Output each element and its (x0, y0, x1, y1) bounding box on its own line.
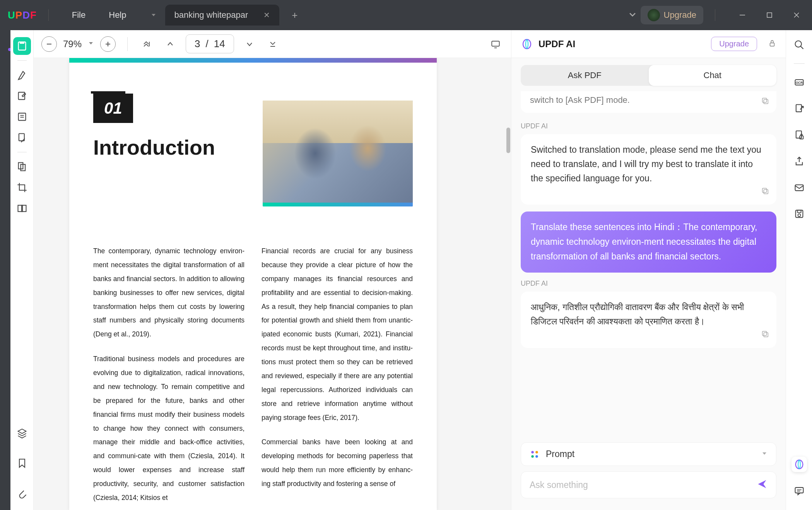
next-page-button[interactable] (242, 36, 257, 52)
total-pages: 14 (214, 38, 225, 50)
ocr-icon[interactable]: OCR (791, 75, 807, 90)
comment-icon[interactable] (791, 483, 807, 498)
svg-point-28 (535, 455, 538, 458)
close-icon[interactable]: ✕ (263, 10, 270, 20)
titlebar-dropdown[interactable] (624, 6, 641, 24)
email-icon[interactable] (791, 180, 807, 195)
svg-point-39 (798, 214, 800, 217)
prompt-icon (530, 449, 540, 459)
divider (48, 9, 49, 21)
ai-assistant-button[interactable] (791, 457, 807, 472)
form-tool[interactable] (13, 108, 31, 126)
ai-message: Switched to translation mode, please sen… (521, 134, 776, 205)
copy-icon[interactable] (761, 185, 769, 200)
page-accent-bar (69, 58, 437, 63)
prompt-selector[interactable]: Prompt (521, 442, 776, 466)
svg-text:OCR: OCR (795, 81, 802, 85)
document-tab[interactable]: banking whitepapar ✕ (165, 5, 280, 26)
message-text: switch to [Ask PDF] mode. (530, 95, 630, 105)
close-window-button[interactable] (789, 7, 804, 23)
ai-upgrade-button[interactable]: Upgrade (711, 37, 757, 51)
tab-ask-pdf[interactable]: Ask PDF (521, 65, 649, 86)
svg-rect-5 (18, 113, 26, 121)
prompt-label: Prompt (546, 449, 755, 459)
paragraph: Commercial banks have been looking at an… (262, 435, 413, 491)
export-icon[interactable] (791, 101, 807, 116)
ai-message: आधुनिक, गतिशील प्रौद्योगिकी वातावरण बैंक… (521, 292, 776, 348)
svg-point-29 (795, 41, 801, 47)
upgrade-label: Upgrade (664, 10, 696, 20)
avatar (648, 9, 660, 21)
bookmark-icon[interactable] (13, 454, 31, 472)
copy-icon[interactable] (761, 97, 769, 107)
message-text: Switched to translation mode, please sen… (531, 145, 761, 183)
paragraph: The contemporary, dynamic technology env… (93, 244, 244, 341)
highlight-tool[interactable] (13, 66, 31, 84)
ask-input[interactable] (530, 480, 757, 490)
ai-message-partial: switch to [Ask PDF] mode. (521, 91, 776, 113)
share-icon[interactable] (791, 154, 807, 169)
crop-tool[interactable] (13, 179, 31, 196)
page-sep: / (206, 38, 209, 50)
svg-rect-3 (20, 42, 24, 44)
updf-ai-logo-icon (521, 38, 533, 50)
last-page-button[interactable] (265, 36, 280, 52)
presentation-button[interactable] (488, 36, 503, 52)
svg-rect-40 (795, 488, 803, 493)
svg-rect-23 (764, 333, 768, 337)
first-page-button[interactable] (139, 36, 155, 52)
svg-rect-20 (762, 98, 767, 102)
tab-chat[interactable]: Chat (649, 65, 777, 86)
tab-title: banking whitepapar (174, 10, 248, 20)
zoom-in-button[interactable] (100, 36, 116, 52)
attachment-icon[interactable] (13, 484, 31, 502)
page-tool[interactable] (13, 129, 31, 147)
zoom-value: 79% (63, 39, 82, 49)
svg-point-27 (531, 455, 534, 458)
scrollbar-thumb[interactable] (506, 128, 510, 153)
prev-page-button[interactable] (162, 36, 178, 52)
tab-list-dropdown[interactable] (146, 7, 161, 23)
ai-panel: UPDF AI Upgrade Ask PDF Chat switch to [… (511, 30, 786, 510)
ai-messages[interactable]: switch to [Ask PDF] mode. UPDF AI Switch… (511, 86, 786, 435)
right-toolbar: OCR (786, 30, 812, 510)
send-button[interactable] (757, 479, 768, 491)
message-sender-label: UPDF AI (521, 122, 776, 130)
left-toolbar (10, 30, 34, 510)
pdf-page: 01 Introduction The contemporary, dynami… (69, 58, 437, 510)
ai-input-area: Prompt (511, 435, 786, 510)
page-indicator[interactable]: 3 / 14 (186, 34, 234, 53)
compare-tool[interactable] (13, 200, 31, 217)
minimize-button[interactable] (735, 7, 750, 23)
svg-rect-18 (770, 43, 774, 46)
copy-icon[interactable] (761, 328, 769, 343)
layers-icon[interactable] (13, 424, 31, 442)
lock-icon[interactable] (768, 39, 776, 49)
menu-help[interactable]: Help (97, 7, 138, 23)
document-area: 79% 3 / 14 (34, 30, 511, 510)
zoom-out-button[interactable] (41, 36, 57, 52)
organize-tool[interactable] (13, 158, 31, 176)
new-tab-button[interactable]: + (287, 7, 302, 24)
search-icon[interactable] (791, 37, 807, 53)
divider (715, 9, 715, 21)
svg-rect-1 (767, 13, 772, 17)
svg-rect-16 (492, 41, 499, 46)
user-message: Translate these sentences into Hindi：The… (521, 212, 776, 273)
svg-point-25 (531, 451, 534, 454)
zoom-dropdown[interactable] (88, 40, 94, 48)
reader-tool[interactable] (13, 37, 31, 55)
ai-header: UPDF AI Upgrade (511, 30, 786, 58)
message-text: आधुनिक, गतिशील प्रौद्योगिकी वातावरण बैंक… (531, 302, 744, 326)
menu-file[interactable]: File (60, 7, 97, 23)
edit-tool[interactable] (13, 87, 31, 105)
section-number-badge: 01 (93, 94, 133, 123)
chevron-down-icon (761, 450, 768, 458)
separator (17, 152, 27, 152)
svg-rect-22 (762, 188, 767, 192)
maximize-button[interactable] (762, 7, 777, 23)
upgrade-button[interactable]: Upgrade (641, 6, 703, 24)
document-viewport[interactable]: 01 Introduction The contemporary, dynami… (34, 58, 511, 510)
save-icon[interactable] (791, 206, 807, 222)
protect-icon[interactable] (791, 127, 807, 143)
